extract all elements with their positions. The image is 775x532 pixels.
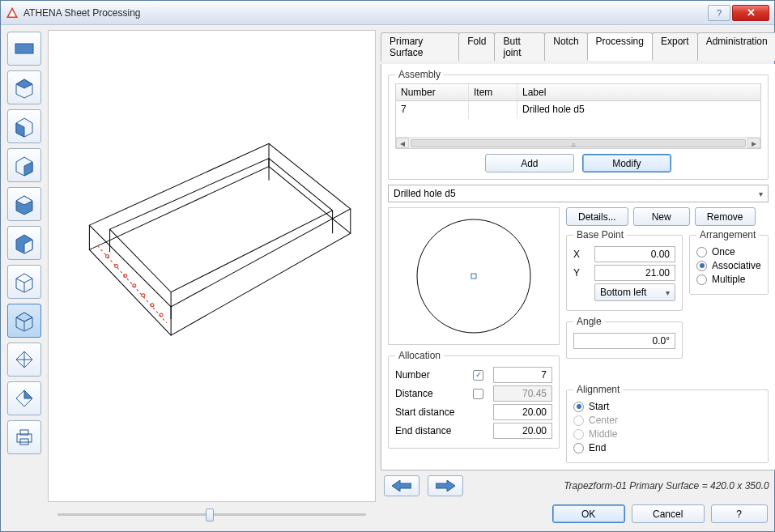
- tab-butt-joint[interactable]: Butt joint: [494, 32, 545, 61]
- tool-cube-top[interactable]: [7, 109, 41, 143]
- y-input[interactable]: 21.00: [594, 265, 675, 281]
- operation-select-value: Drilled hole d5: [394, 188, 456, 199]
- dialog-buttons: OK Cancel ?: [381, 501, 775, 526]
- cell-number: 7: [396, 101, 469, 119]
- arrangement-once[interactable]: Once: [696, 246, 761, 257]
- svg-point-42: [106, 254, 109, 257]
- help-button[interactable]: ?: [708, 5, 730, 21]
- tab-fold[interactable]: Fold: [458, 32, 495, 61]
- scroll-left-icon[interactable]: ◂: [396, 138, 409, 148]
- alignment-center: Center: [573, 415, 761, 426]
- arrangement-associative[interactable]: Associative: [696, 260, 761, 271]
- tool-cube-transparent[interactable]: [7, 265, 41, 299]
- alignment-group: Alignment Start Center Mid: [566, 384, 769, 463]
- tab-notch[interactable]: Notch: [544, 32, 587, 61]
- tab-export[interactable]: Export: [652, 32, 698, 61]
- svg-line-14: [16, 279, 24, 283]
- end-distance-input[interactable]: 20.00: [493, 423, 552, 439]
- tool-cube-bottom[interactable]: [7, 148, 41, 182]
- tool-print[interactable]: [7, 420, 41, 454]
- new-button[interactable]: New: [633, 207, 690, 226]
- svg-marker-26: [24, 390, 32, 398]
- right-panel: Primary Surface Fold Butt joint Notch Pr…: [381, 30, 775, 526]
- table-row[interactable]: [396, 119, 760, 137]
- add-button[interactable]: Add: [485, 154, 574, 172]
- tool-diamond-alt[interactable]: [7, 381, 41, 415]
- view-toolbar: [6, 30, 43, 526]
- base-point-group: Base Point X 0.00 Y 21.00: [566, 229, 683, 311]
- anchor-select-value: Bottom left: [600, 287, 646, 298]
- radio-middle: [573, 429, 584, 440]
- radio-start[interactable]: [573, 402, 584, 412]
- arrangement-multiple[interactable]: Multiple: [696, 274, 761, 285]
- hole-preview: [388, 207, 560, 345]
- svg-marker-31: [110, 159, 333, 292]
- details-button[interactable]: Details...: [566, 207, 628, 226]
- assembly-scrollbar[interactable]: ◂ ≡ ▸: [396, 137, 760, 148]
- svg-point-46: [142, 294, 145, 297]
- bottom-bar: Trapezform-01 Primary Surface = 420.0 x …: [381, 474, 775, 498]
- x-input[interactable]: 0.00: [594, 246, 675, 262]
- radio-once[interactable]: [696, 247, 707, 257]
- distance-label: Distance: [395, 388, 468, 399]
- window-buttons: ? ✕: [706, 5, 769, 21]
- angle-input[interactable]: 0.0°: [573, 333, 675, 349]
- assembly-legend: Assembly: [395, 69, 444, 80]
- svg-point-49: [417, 219, 530, 333]
- close-button[interactable]: ✕: [732, 5, 769, 21]
- operation-select[interactable]: Drilled hole d5: [388, 185, 769, 202]
- tool-cube-left[interactable]: [7, 187, 41, 221]
- start-distance-input[interactable]: 20.00: [493, 404, 552, 420]
- processing-main: Allocation Number 7 Distance 70.45: [388, 207, 769, 463]
- number-input[interactable]: 7: [493, 367, 552, 383]
- processing-right: Details... New Remove Base Point X 0.: [566, 207, 769, 463]
- tool-plane[interactable]: [7, 32, 41, 66]
- number-checkbox[interactable]: [473, 370, 483, 381]
- alignment-start[interactable]: Start: [573, 401, 761, 412]
- alignment-end[interactable]: End: [573, 442, 761, 453]
- window: ATHENA Sheet Processing ? ✕: [0, 0, 775, 532]
- scroll-right-icon[interactable]: ▸: [747, 138, 760, 148]
- next-button[interactable]: [428, 475, 463, 496]
- alignment-legend: Alignment: [573, 384, 623, 395]
- preview-canvas[interactable]: [48, 30, 376, 502]
- prev-button[interactable]: [384, 475, 419, 496]
- assembly-header: Number Item Label: [396, 84, 760, 101]
- modify-button[interactable]: Modify: [582, 154, 671, 172]
- dialog-help-button[interactable]: ?: [711, 504, 768, 523]
- processing-left: Allocation Number 7 Distance 70.45: [388, 207, 560, 463]
- allocation-group: Allocation Number 7 Distance 70.45: [388, 350, 560, 449]
- window-title: ATHENA Sheet Processing: [23, 7, 706, 19]
- cell-label: Drilled hole d5: [517, 101, 760, 119]
- anchor-select[interactable]: Bottom left: [594, 283, 675, 301]
- svg-marker-18: [16, 313, 32, 321]
- number-label: Number: [395, 369, 468, 381]
- cancel-button[interactable]: Cancel: [632, 504, 705, 523]
- tab-primary-surface[interactable]: Primary Surface: [381, 32, 459, 61]
- ok-button[interactable]: OK: [552, 504, 625, 523]
- tool-cube-front[interactable]: [7, 70, 41, 104]
- radio-associative[interactable]: [696, 261, 707, 271]
- zoom-slider[interactable]: [48, 502, 376, 526]
- remove-button[interactable]: Remove: [695, 207, 756, 226]
- y-label: Y: [573, 267, 590, 279]
- arrangement-legend: Arrangement: [696, 229, 759, 240]
- radio-multiple[interactable]: [696, 275, 707, 285]
- tool-cube-transparent-active[interactable]: [7, 304, 41, 338]
- tool-diamond[interactable]: [7, 343, 41, 377]
- x-label: X: [573, 249, 590, 260]
- radio-end[interactable]: [573, 443, 584, 453]
- titlebar: ATHENA Sheet Processing ? ✕: [1, 1, 774, 25]
- distance-checkbox[interactable]: [473, 389, 483, 399]
- col-number[interactable]: Number: [396, 84, 469, 100]
- tab-body: Assembly Number Item Label 7 Drilled hol…: [381, 64, 775, 470]
- table-row[interactable]: 7 Drilled hole d5: [396, 101, 760, 119]
- col-label[interactable]: Label: [517, 84, 760, 100]
- tool-cube-right[interactable]: [7, 226, 41, 260]
- arrangement-group: Arrangement Once Associative: [689, 229, 769, 295]
- svg-line-15: [24, 279, 32, 283]
- alignment-middle: Middle: [573, 428, 761, 440]
- tab-administration[interactable]: Administration: [697, 32, 775, 61]
- col-item[interactable]: Item: [469, 84, 517, 100]
- tab-processing[interactable]: Processing: [587, 32, 653, 61]
